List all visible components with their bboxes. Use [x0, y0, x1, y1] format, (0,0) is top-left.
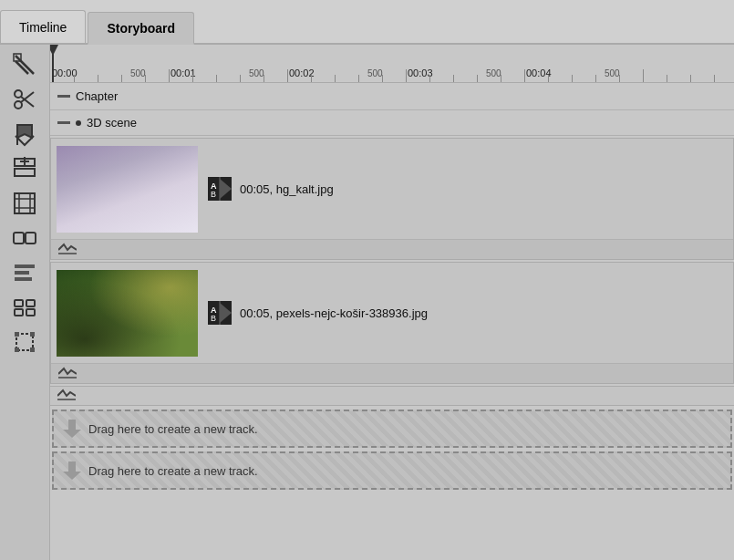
svg-rect-30 [30, 332, 35, 337]
ruler: 00:00 00:01 00:02 00:03 00:04 [50, 45, 734, 83]
drop-zone-1-label: Drag here to create a new track. [88, 422, 258, 436]
split-tool-button[interactable] [6, 291, 43, 324]
empty-track-icon [57, 389, 76, 403]
clip-info-1: A B 00:05, hg_kalt.jpg [207, 176, 334, 202]
svg-rect-13 [15, 193, 35, 213]
ab-icon-1: A B [207, 176, 233, 202]
add-track-button[interactable] [6, 152, 43, 185]
tab-bar: Timeline Storyboard [0, 0, 734, 45]
playhead[interactable] [52, 45, 54, 82]
clip-thumbnail-2 [57, 270, 198, 357]
svg-rect-25 [15, 309, 23, 316]
svg-point-3 [15, 101, 22, 109]
tab-storyboard[interactable]: Storyboard [88, 12, 194, 45]
clip-2-name: 00:05, pexels-nejc-košir-338936.jpg [240, 306, 428, 320]
drop-arrow-2 [63, 461, 81, 480]
scene-row: 3D scene [50, 110, 734, 136]
svg-rect-10 [15, 169, 35, 176]
svg-text:B: B [211, 190, 216, 199]
svg-rect-22 [15, 271, 29, 275]
svg-text:B: B [211, 314, 216, 323]
ab-icon-2: A B [207, 300, 233, 326]
scene-dot [76, 120, 81, 126]
svg-rect-24 [15, 300, 23, 306]
cut-tool-button[interactable] [6, 83, 43, 116]
ruler-marks: 00:00 00:01 00:02 00:03 00:04 [50, 45, 734, 82]
chapter-collapse-icon[interactable] [57, 95, 70, 98]
thumb-image-1 [57, 146, 198, 233]
tracks-container: Chapter 3D scene A [50, 83, 734, 560]
clip-track-1: A B 00:05, hg_kalt.jpg [50, 138, 734, 260]
svg-rect-27 [26, 309, 35, 316]
clip-1-name: 00:05, hg_kalt.jpg [240, 182, 334, 196]
scissors-tool-button[interactable] [6, 48, 43, 81]
clip-thumbnail-1 [57, 146, 198, 233]
tab-timeline[interactable]: Timeline [0, 10, 86, 43]
chapter-label: Chapter [76, 89, 118, 103]
svg-rect-29 [15, 332, 19, 337]
svg-rect-21 [15, 264, 35, 268]
playhead-head [50, 45, 58, 56]
drop-zone-1[interactable]: Drag here to create a new track. [52, 410, 732, 448]
drop-zone-2-label: Drag here to create a new track. [88, 464, 258, 478]
scene-label: 3D scene [87, 116, 137, 130]
toolbar [0, 45, 50, 560]
chapter-row: Chapter [50, 83, 734, 110]
clip-info-2: A B 00:05, pexels-nejc-košir-338936.jpg [207, 300, 428, 326]
scene-collapse-icon[interactable] [57, 121, 70, 124]
drop-arrow-1 [63, 420, 81, 438]
main-container: 00:00 00:01 00:02 00:03 00:04 [0, 45, 734, 560]
svg-rect-32 [30, 347, 35, 352]
svg-rect-18 [14, 233, 24, 244]
svg-rect-26 [26, 300, 35, 306]
clip-footer-2 [51, 363, 733, 383]
svg-rect-19 [26, 233, 36, 244]
align-tool-button[interactable] [6, 256, 43, 289]
clip-footer-icon-1 [58, 243, 77, 257]
timeline-area: 00:00 00:01 00:02 00:03 00:04 [50, 45, 734, 560]
clip-footer-icon-2 [58, 367, 77, 381]
clip-track-2: A B 00:05, pexels-nejc-košir-338936.jpg [50, 262, 734, 384]
flag-tool-button[interactable] [6, 118, 43, 150]
clip-inner-2: A B 00:05, pexels-nejc-košir-338936.jpg [51, 263, 733, 363]
zoom-tool-button[interactable] [6, 222, 43, 254]
fit-view-button[interactable] [6, 187, 43, 220]
clip-inner-1: A B 00:05, hg_kalt.jpg [51, 139, 733, 239]
svg-rect-23 [15, 277, 32, 281]
svg-marker-7 [17, 125, 32, 138]
thumb-image-2 [57, 270, 198, 357]
drop-zone-2[interactable]: Drag here to create a new track. [52, 451, 732, 490]
transform-tool-button[interactable] [6, 326, 43, 358]
clip-footer-1 [51, 239, 733, 259]
empty-track-row [50, 386, 734, 406]
svg-point-4 [15, 90, 22, 98]
svg-rect-31 [15, 347, 19, 352]
